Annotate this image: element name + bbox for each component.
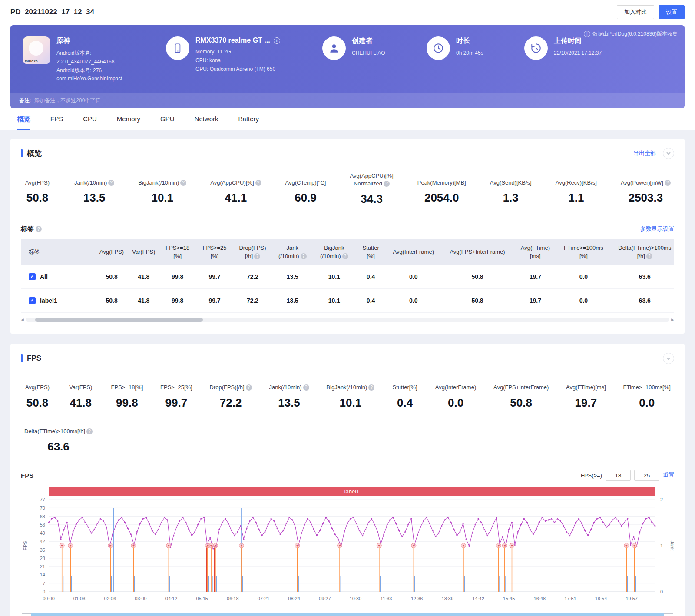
tab-FPS[interactable]: FPS (50, 115, 63, 130)
col-header: Var(FPS) (129, 239, 159, 265)
scroll-thumb[interactable] (35, 318, 202, 322)
svg-text:56: 56 (40, 522, 45, 527)
tab-Network[interactable]: Network (195, 115, 218, 130)
help-icon[interactable]: ? (255, 180, 261, 186)
param-display-settings-link[interactable]: 参数显示设置 (640, 225, 674, 233)
help-icon[interactable]: ? (254, 253, 260, 259)
note-area[interactable]: 备注: 添加备注，不超过200个字符 (10, 93, 685, 108)
scroll-track[interactable] (26, 318, 669, 322)
add-compare-button[interactable]: 加入对比 (617, 5, 654, 19)
fps-threshold-input-2[interactable] (634, 470, 659, 481)
svg-text:1: 1 (660, 543, 663, 548)
fps-card: FPS Avg(FPS)50.8Var(FPS)41.8FPS>=18[%]99… (10, 344, 685, 616)
metric-label: BigJank(/10min)? (138, 172, 186, 187)
note-label: 备注: (19, 97, 31, 104)
metric: Var(FPS)41.8 (68, 377, 94, 410)
table-cell: 0.0 (386, 265, 441, 289)
note-placeholder[interactable]: 添加备注，不超过200个字符 (34, 97, 100, 104)
settings-button[interactable]: 设置 (659, 5, 685, 19)
upload-info: 上传时间 22/10/2021 17:12:37 (524, 36, 629, 60)
fps-chart: 071421283542495663707701200:0001:0302:06… (21, 496, 674, 610)
metric-value: 10.1 (326, 396, 374, 410)
metric: Avg(FTime)[ms]19.7 (566, 377, 606, 410)
overview-title: 概览 (27, 149, 42, 159)
scroll-right-arrow[interactable]: ▶ (671, 318, 674, 322)
metric-label: Drop(FPS)[/h]? (210, 377, 252, 392)
col-header: Delta(FTime)>100ms[/h]? (610, 239, 674, 265)
metric-label: Stutter[%] (392, 377, 418, 392)
metric: Avg(FPS+InterFrame)50.8 (493, 377, 549, 410)
help-icon[interactable]: ? (303, 384, 309, 391)
col-header: Jank(/10min)? (272, 239, 313, 265)
metric-label: Avg(FPS+InterFrame) (493, 377, 549, 392)
svg-text:18:54: 18:54 (595, 596, 607, 601)
metric: Jank(/10min)?13.5 (269, 377, 309, 410)
help-icon[interactable]: ? (180, 180, 186, 186)
collapse-overview-button[interactable] (663, 148, 674, 159)
duration-label: 时长 (456, 36, 483, 46)
metric-label: FTime>=100ms[%] (623, 377, 671, 392)
svg-text:13:39: 13:39 (442, 596, 454, 601)
col-header: Avg(FPS+InterFrame) (441, 239, 514, 265)
reset-link[interactable]: 重置 (663, 471, 674, 479)
svg-text:11:33: 11:33 (381, 596, 392, 601)
chart-scroll-left-handle[interactable]: ||| (22, 613, 31, 616)
tab-概览[interactable]: 概览 (17, 115, 30, 130)
metric-label: Avg(FTime)[ms] (566, 377, 606, 392)
chart-scroll-track[interactable] (31, 613, 664, 616)
svg-text:02:06: 02:06 (104, 596, 116, 601)
table-cell: 13.5 (272, 288, 313, 312)
help-icon[interactable]: ? (108, 180, 114, 186)
svg-text:19:57: 19:57 (626, 596, 638, 601)
table-cell: 99.8 (159, 265, 196, 289)
svg-text:04:12: 04:12 (165, 596, 178, 601)
device-cpu: CPU: kona (195, 56, 280, 65)
fps-threshold-input-1[interactable] (606, 470, 631, 481)
tab-GPU[interactable]: GPU (160, 115, 175, 130)
help-icon[interactable]: ? (368, 384, 374, 391)
table-cell: 41.8 (129, 288, 159, 312)
help-icon[interactable]: ? (665, 180, 671, 186)
metric-label: FPS>=25[%] (160, 377, 192, 392)
metric-value: 0.0 (435, 396, 476, 410)
help-icon[interactable]: ? (384, 181, 390, 187)
metric-label: Jank(/10min)? (269, 377, 309, 392)
help-icon[interactable]: ? (646, 253, 652, 259)
metric: Avg(FPS)50.8 (24, 377, 50, 410)
table-cell: 41.8 (129, 265, 159, 289)
metric-value: 99.8 (111, 396, 143, 410)
app-build: Android版本号: 276 (56, 66, 122, 75)
col-header: FTime>=100ms[%] (556, 239, 610, 265)
chart-scroll-right-handle[interactable]: ||| (664, 613, 673, 616)
metric-label: BigJank(/10min)? (326, 377, 374, 392)
help-icon[interactable]: ? (301, 253, 307, 259)
tab-Battery[interactable]: Battery (238, 115, 259, 130)
help-icon[interactable]: ? (246, 384, 252, 391)
row-checkbox[interactable]: ✓ (29, 297, 36, 304)
overview-card: 概览 导出全部 Avg(FPS)50.8Jank(/10min)?13.5Big… (10, 139, 685, 333)
help-icon[interactable]: ? (36, 226, 42, 232)
device-gpu: GPU: Qualcomm Adreno (TM) 650 (195, 65, 280, 74)
collapse-fps-button[interactable] (663, 353, 674, 364)
tab-Memory[interactable]: Memory (117, 115, 140, 130)
metric: Avg(Recv)[KB/s]1.1 (556, 172, 597, 205)
svg-text:63: 63 (40, 513, 45, 519)
metric: FTime>=100ms[%]0.0 (623, 377, 671, 410)
device-name: RMX3370 realme GT ... (195, 36, 270, 44)
table-cell: 0.0 (386, 288, 441, 312)
scroll-left-arrow[interactable]: ◀ (21, 318, 24, 322)
metric-value: 0.4 (392, 396, 418, 410)
fps-title: FPS (27, 354, 41, 363)
metric: Peak(Memory)[MB]2054.0 (417, 172, 466, 205)
person-icon (322, 36, 346, 60)
device-info-icon[interactable]: i (274, 37, 280, 44)
metric: FPS>=25[%]99.7 (160, 377, 192, 410)
table-cell: 10.1 (313, 288, 355, 312)
help-icon[interactable]: ? (342, 253, 348, 259)
help-icon[interactable]: ? (86, 428, 93, 434)
metric-label: Avg(Send)[KB/s] (490, 172, 532, 187)
col-header: Avg(InterFrame) (386, 239, 441, 265)
tab-CPU[interactable]: CPU (83, 115, 97, 130)
export-all-link[interactable]: 导出全部 (633, 149, 656, 157)
row-checkbox[interactable]: ✓ (29, 273, 36, 280)
